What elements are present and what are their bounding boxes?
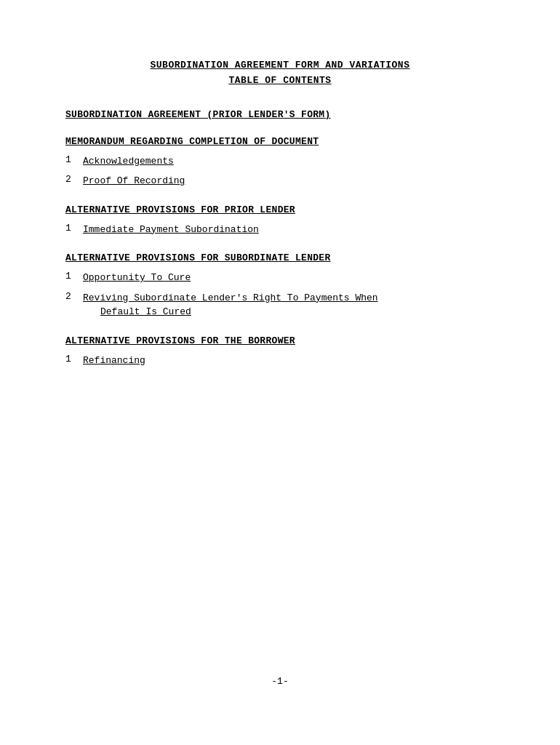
heading-alt-borrower: ALTERNATIVE PROVISIONS FOR THE BORROWER bbox=[65, 335, 495, 346]
list-item: 1 Immediate Payment Subordination bbox=[65, 223, 495, 237]
heading-subordination-agreement: SUBORDINATION AGREEMENT (PRIOR LENDER'S … bbox=[65, 109, 495, 120]
item-number: 1 bbox=[65, 223, 83, 237]
page-footer: -1- bbox=[65, 661, 495, 687]
item-link-refinancing[interactable]: Refinancing bbox=[83, 354, 145, 368]
item-number: 2 bbox=[65, 174, 83, 188]
item-number: 1 bbox=[65, 271, 83, 285]
item-link-immediate-payment[interactable]: Immediate Payment Subordination bbox=[83, 223, 259, 237]
list-item: 1 Opportunity To Cure bbox=[65, 271, 495, 285]
document-page: SUBORDINATION AGREEMENT FORM AND VARIATI… bbox=[0, 0, 560, 745]
item-number: 2 bbox=[65, 291, 83, 319]
title-line-1: SUBORDINATION AGREEMENT FORM AND VARIATI… bbox=[65, 58, 495, 73]
item-link-opportunity-to-cure[interactable]: Opportunity To Cure bbox=[83, 271, 191, 285]
item-number: 1 bbox=[65, 154, 83, 169]
item-link-reviving[interactable]: Reviving Subordinate Lender's Right To P… bbox=[83, 291, 378, 319]
page-number: -1- bbox=[271, 676, 288, 687]
title-block: SUBORDINATION AGREEMENT FORM AND VARIATI… bbox=[65, 58, 495, 89]
list-item: 2 Proof Of Recording bbox=[65, 174, 495, 188]
list-item: 1 Refinancing bbox=[65, 354, 495, 368]
heading-alt-prior-lender: ALTERNATIVE PROVISIONS FOR PRIOR LENDER bbox=[65, 204, 495, 215]
list-item: 2 Reviving Subordinate Lender's Right To… bbox=[65, 291, 495, 319]
item-link-proof-of-recording[interactable]: Proof Of Recording bbox=[83, 174, 185, 188]
heading-alt-subordinate-lender: ALTERNATIVE PROVISIONS FOR SUBORDINATE L… bbox=[65, 252, 495, 263]
item-link-acknowledgements[interactable]: Acknowledgements bbox=[83, 154, 174, 169]
item-link-reviving-line1: Reviving Subordinate Lender's Right To P… bbox=[83, 291, 378, 306]
list-item: 1 Acknowledgements bbox=[65, 154, 495, 169]
title-line-2: TABLE OF CONTENTS bbox=[65, 73, 495, 89]
document-content: SUBORDINATION AGREEMENT FORM AND VARIATI… bbox=[65, 58, 495, 661]
item-link-reviving-line2: Default Is Cured bbox=[83, 305, 378, 319]
heading-memorandum: MEMORANDUM REGARDING COMPLETION OF DOCUM… bbox=[65, 136, 495, 147]
item-number: 1 bbox=[65, 354, 83, 368]
